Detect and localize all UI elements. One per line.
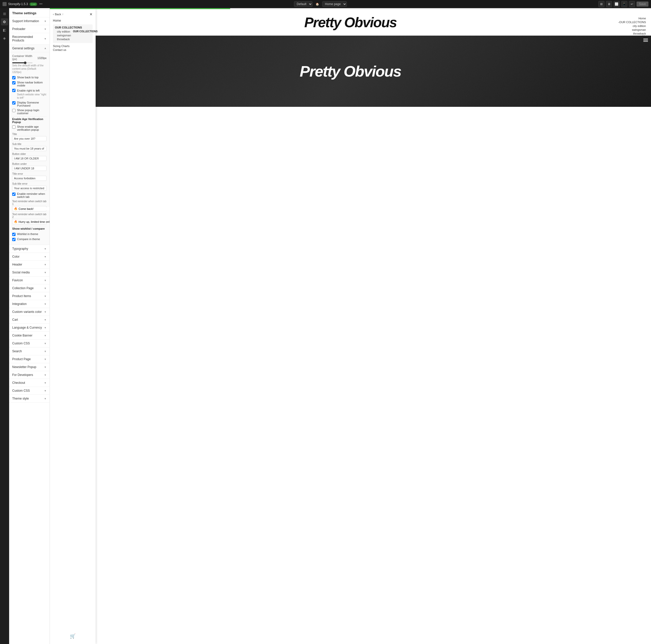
mobile-back-button[interactable]: ‹ Back 2 [53,13,63,16]
settings-item-social[interactable]: Social media ▼ [9,269,50,276]
text-reminder-1-field: 🔥 [12,206,46,211]
mobile-home-link[interactable]: Home [53,19,93,22]
nav-swingsman[interactable]: swingsman [618,28,646,31]
hamburger-line-3 [643,41,648,42]
age-verification-title: Enable Age Verification Popup [12,118,46,124]
settings-item-language[interactable]: Language & Currency ▼ [9,324,50,332]
sidebar-icon-palette[interactable]: ◈ [1,35,8,42]
monitor-icon-button[interactable]: 🖥 [606,1,612,7]
undo-icon-button[interactable]: ↩ [629,1,635,7]
settings-label-product-page: Product Page [12,357,31,361]
chevron-search: ▼ [44,350,46,353]
chevron-cart: ▼ [44,318,46,321]
display-purchased-row: Display Someone Purchased [12,101,46,107]
settings-item-custom-css-1[interactable]: Custom CSS ▼ [9,340,50,347]
close-menu-button[interactable]: ✕ [90,12,93,16]
settings-item-checkout[interactable]: Checkout ▼ [9,379,50,387]
text-reminder-2-input[interactable] [19,220,50,223]
sidebar-icon-settings[interactable]: ⚙ [1,18,8,25]
nav-collections[interactable]: -OUR COLLECTIONS [618,21,646,24]
settings-item-custom-variants[interactable]: Custom variants color ▼ [9,308,50,316]
sub-title-error-input[interactable] [12,186,46,191]
settings-label-language: Language & Currency [12,326,42,329]
show-age-popup-checkbox[interactable] [12,125,16,129]
topbar-center: Default 🏠 Home page [44,1,596,7]
settings-item-theme-style[interactable]: Theme style ▼ [9,395,50,403]
wishlist-checkbox[interactable] [12,233,16,236]
hamburger-button[interactable] [643,39,648,42]
button-older-input[interactable] [12,156,46,161]
chevron-recommended: ▼ [44,37,46,40]
more-options-button[interactable]: ••• [39,2,42,6]
settings-panel-title: Theme settings [9,8,50,17]
age-subtitle-input[interactable] [12,146,46,151]
slider-track[interactable] [12,62,33,63]
default-select[interactable]: Default [294,1,313,7]
settings-item-collection[interactable]: Collection Page ▼ [9,284,50,292]
website-preview: Pretty Obvious Home -OUR COLLECTIONS cit… [50,9,651,644]
show-popup-login-checkbox[interactable] [12,109,16,112]
settings-item-search[interactable]: Search ▼ [9,347,50,355]
settings-item-custom-css-2[interactable]: Custom CSS ▼ [9,387,50,395]
button-under-input[interactable] [12,166,46,171]
nav-city[interactable]: city edition [618,24,646,28]
display-purchased-checkbox[interactable] [12,101,16,104]
reminder-1-emoji: 🔥 [14,207,18,210]
settings-item-favicon[interactable]: Favicon ▼ [9,276,50,284]
container-width-slider[interactable] [12,62,46,63]
show-navbar-mobile-checkbox[interactable] [12,81,16,85]
age-title-input[interactable] [12,136,46,141]
save-button[interactable]: Save [637,2,648,7]
reminder-2-emoji: 🔥 [14,220,18,223]
settings-item-product-page[interactable]: Product Page ▼ [9,355,50,363]
mobile-item-throwback[interactable]: throwback [57,38,71,41]
settings-item-recommended[interactable]: Recommended Products ▼ [9,33,50,44]
settings-label-custom-css-1: Custom CSS [12,342,30,345]
settings-item-preloader[interactable]: Preloader ▼ [9,25,50,33]
settings-label-search: Search [12,349,22,353]
settings-item-product-items[interactable]: Product Items ▼ [9,292,50,300]
hamburger-line-2 [643,40,648,40]
title-error-input[interactable] [12,176,46,181]
mobile-icon-button[interactable]: 📱 [621,1,627,7]
reminder-switch-label: Enable reminder when switch tab [17,192,46,198]
settings-item-developers[interactable]: For Developers ▼ [9,371,50,379]
settings-label-custom-css-2: Custom CSS [12,389,30,393]
tablet-icon-button[interactable]: ⬜ [614,1,620,7]
crop-icon-button[interactable]: ⊞ [598,1,604,7]
text-reminder-1-input[interactable] [19,207,50,210]
settings-item-cart[interactable]: Cart ▼ [9,316,50,324]
enable-rtl-checkbox[interactable] [12,89,16,92]
settings-item-color[interactable]: Color ▼ [9,253,50,261]
enable-rtl-desc: Switch website view "right to left" [17,93,46,99]
sub-title-error-label: Sub title error [12,182,46,185]
chevron-product-items: ▼ [44,295,46,298]
reminder-switch-checkbox[interactable] [12,192,16,196]
mobile-item-city[interactable]: city edition [57,30,71,33]
sidebar-icon-home[interactable]: ⊞ [1,10,8,17]
mobile-cart-icon[interactable]: 🛒 [70,634,75,639]
settings-item-support[interactable]: Support Information ▼ [9,17,50,25]
topbar: Storepify-1.5.3 Live ••• Default 🏠 Home … [0,0,651,8]
settings-item-header[interactable]: Header ▼ [9,261,50,269]
sidebar-icon-layers[interactable]: ◧ [1,26,8,34]
container-width-desc: Sets the default width of the content ar… [12,64,46,74]
nav-home[interactable]: Home [618,17,646,20]
settings-label-typography: Typography [12,247,28,250]
settings-item-newsletter[interactable]: Newsletter Popup ▼ [9,363,50,371]
mobile-item-swingsman[interactable]: swingsman [57,34,71,37]
settings-label-developers: For Developers [12,373,33,377]
mobile-sizing-link[interactable]: Sizing Charts [53,44,93,48]
settings-item-integration[interactable]: Integration ▼ [9,300,50,308]
chevron-typography: ▼ [44,247,46,250]
settings-item-general[interactable]: General settings ▼ [9,44,50,52]
show-back-to-top-checkbox[interactable] [12,76,16,79]
page-select[interactable]: Home page [322,1,347,7]
back-arrow-icon: ‹ [53,13,54,16]
compare-checkbox[interactable] [12,238,16,241]
mobile-contact-link[interactable]: Contact us [53,48,93,51]
mobile-menu-header: ‹ Back 2 ✕ [53,12,93,16]
settings-item-typography[interactable]: Typography ▼ [9,245,50,253]
mobile-collections-section: OUR COLLECTIONS city edition swingsman t… [53,24,93,43]
settings-item-cookie[interactable]: Cookie Banner ▼ [9,332,50,340]
